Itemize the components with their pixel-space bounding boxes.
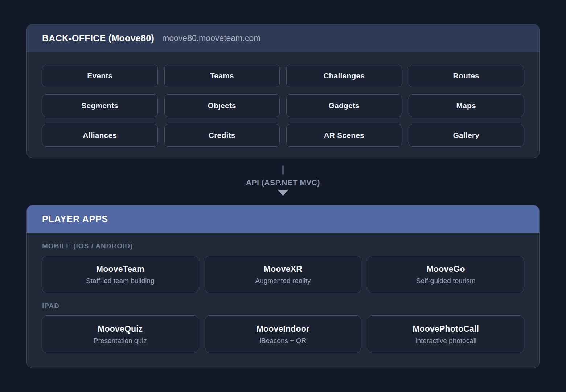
app-name: MooveQuiz [98, 324, 143, 334]
backoffice-button-credits[interactable]: Credits [164, 124, 280, 147]
backoffice-button-maps[interactable]: Maps [409, 94, 524, 117]
api-connector: API (ASP.NET MVC) [0, 165, 566, 196]
backoffice-panel: BACK-OFFICE (Moove80) moove80.mooveteam.… [26, 24, 540, 158]
app-name: MooveTeam [96, 264, 144, 274]
app-description: Interactive photocall [415, 337, 476, 345]
app-name: MoovePhotoCall [413, 324, 479, 334]
app-name: MooveXR [264, 264, 302, 274]
app-card-moovexr[interactable]: MooveXR Augmented reality [205, 256, 361, 293]
backoffice-button-challenges[interactable]: Challenges [286, 65, 402, 87]
backoffice-button-events[interactable]: Events [42, 65, 158, 87]
backoffice-header: BACK-OFFICE (Moove80) moove80.mooveteam.… [27, 24, 539, 52]
app-description: Augmented reality [255, 277, 311, 285]
ipad-section-label: IPAD [42, 302, 524, 310]
backoffice-button-ar-scenes[interactable]: AR Scenes [286, 124, 402, 147]
player-apps-title: PLAYER APPS [42, 214, 108, 224]
backoffice-title: BACK-OFFICE (Moove80) [42, 33, 154, 44]
player-apps-panel: PLAYER APPS MOBILE (IOS / ANDROID) Moove… [26, 205, 540, 368]
app-description: Staff-led team building [86, 277, 155, 285]
backoffice-button-segments[interactable]: Segments [42, 94, 158, 117]
architecture-diagram: BACK-OFFICE (Moove80) moove80.mooveteam.… [0, 0, 566, 392]
player-apps-header: PLAYER APPS [27, 205, 539, 233]
app-card-moovequiz[interactable]: MooveQuiz Presentation quiz [42, 315, 198, 353]
app-name: MooveGo [427, 264, 465, 274]
app-card-moovephotocall[interactable]: MoovePhotoCall Interactive photocall [368, 315, 524, 353]
backoffice-button-grid: Events Teams Challenges Routes Segments … [27, 52, 539, 159]
mobile-section-label: MOBILE (IOS / ANDROID) [42, 242, 524, 250]
backoffice-button-gadgets[interactable]: Gadgets [286, 94, 402, 117]
backoffice-button-gallery[interactable]: Gallery [409, 124, 524, 147]
ipad-card-grid: MooveQuiz Presentation quiz MooveIndoor … [42, 315, 524, 353]
app-description: Self-guided tourism [416, 277, 476, 285]
arrow-down-icon [278, 190, 288, 196]
backoffice-url: moove80.mooveteam.com [162, 33, 261, 43]
player-apps-body: MOBILE (IOS / ANDROID) MooveTeam Staff-l… [27, 233, 539, 366]
app-card-mooveteam[interactable]: MooveTeam Staff-led team building [42, 256, 198, 293]
api-label: API (ASP.NET MVC) [246, 178, 320, 187]
backoffice-button-objects[interactable]: Objects [164, 94, 280, 117]
app-card-moovego[interactable]: MooveGo Self-guided tourism [368, 256, 524, 293]
backoffice-button-teams[interactable]: Teams [164, 65, 280, 87]
app-description: Presentation quiz [94, 337, 147, 345]
backoffice-button-alliances[interactable]: Alliances [42, 124, 158, 147]
backoffice-button-routes[interactable]: Routes [409, 65, 524, 87]
mobile-card-grid: MooveTeam Staff-led team building MooveX… [42, 256, 524, 293]
connector-line [282, 165, 284, 175]
app-card-mooveindoor[interactable]: MooveIndoor iBeacons + QR [205, 315, 361, 353]
app-name: MooveIndoor [257, 324, 310, 334]
app-description: iBeacons + QR [260, 337, 306, 345]
